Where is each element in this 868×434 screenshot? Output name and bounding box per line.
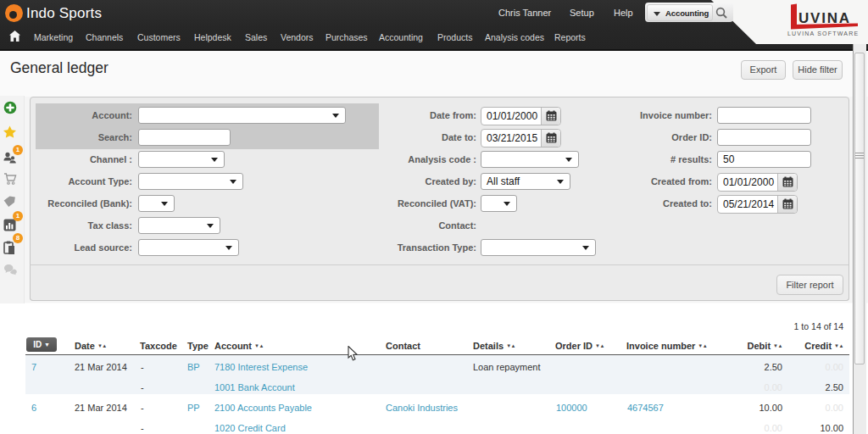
svg-text:UVINA: UVINA (798, 10, 851, 26)
